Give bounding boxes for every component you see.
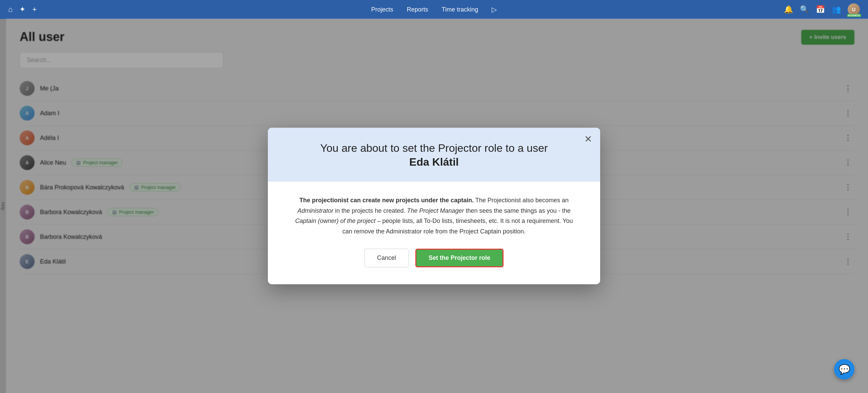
modal-description: The projectionist can create new project… <box>295 195 573 236</box>
home-icon[interactable]: ⌂ <box>8 5 13 14</box>
modal-header: ✕ You are about to set the Projector rol… <box>268 128 600 182</box>
chat-icon: 💬 <box>839 364 850 375</box>
confirmation-modal: ✕ You are about to set the Projector rol… <box>268 128 600 285</box>
nav-left: ⌂ ✦ + <box>8 5 37 14</box>
main-area: Help All user Search... + Invite users J… <box>0 19 868 393</box>
add-icon[interactable]: + <box>32 5 37 14</box>
modal-close-button[interactable]: ✕ <box>584 135 592 144</box>
nav-center: Projects Reports Time tracking ▷ <box>371 5 497 14</box>
time-tracking-link[interactable]: Time tracking <box>442 6 478 13</box>
search-icon[interactable]: 🔍 <box>800 5 809 14</box>
calendar-icon[interactable]: 📅 <box>816 5 825 14</box>
chat-button[interactable]: 💬 <box>834 359 854 379</box>
top-navigation: ⌂ ✦ + Projects Reports Time tracking ▷ 🔔… <box>0 0 868 19</box>
user-avatar-badge[interactable]: U BUSINESS <box>848 3 860 16</box>
modal-overlay: ✕ You are about to set the Projector rol… <box>0 19 868 393</box>
modal-title: You are about to set the Projector role … <box>288 141 580 169</box>
cancel-button[interactable]: Cancel <box>364 249 409 267</box>
modal-actions: Cancel Set the Projector role <box>295 249 573 271</box>
set-projector-role-button[interactable]: Set the Projector role <box>415 249 504 267</box>
modal-body: The projectionist can create new project… <box>268 182 600 284</box>
business-badge: BUSINESS <box>847 14 861 17</box>
bell-icon[interactable]: 🔔 <box>784 5 793 14</box>
nav-right: 🔔 🔍 📅 👥 U BUSINESS <box>784 3 860 16</box>
play-icon[interactable]: ▷ <box>492 5 497 14</box>
people-icon[interactable]: 👥 <box>832 5 841 14</box>
reports-link[interactable]: Reports <box>407 6 428 13</box>
settings-icon[interactable]: ✦ <box>19 5 25 14</box>
projects-link[interactable]: Projects <box>371 6 393 13</box>
